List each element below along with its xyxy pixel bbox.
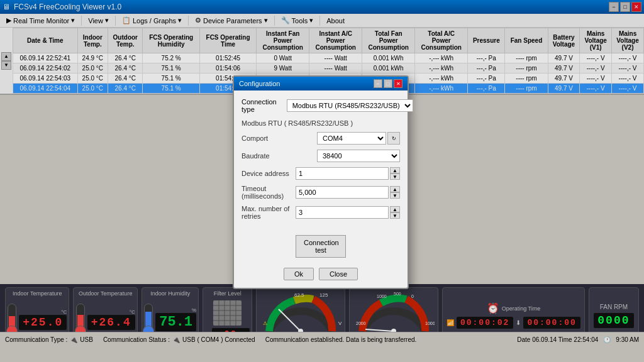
- max-retries-up[interactable]: ▲: [390, 206, 400, 212]
- dialog-max-button[interactable]: □: [384, 79, 392, 88]
- dialog-body: Connection type Modbus RTU (RS485/RS232/…: [234, 90, 408, 233]
- device-address-up[interactable]: ▲: [390, 167, 400, 173]
- timeout-label: Timeout (milliseconds): [242, 185, 296, 200]
- comport-select[interactable]: COM4: [317, 132, 386, 145]
- connection-test-button[interactable]: Connection test: [296, 235, 346, 258]
- dialog-close-btn[interactable]: Close: [319, 268, 358, 280]
- timeout-row: Timeout (milliseconds) ▲ ▼: [242, 185, 400, 200]
- baudrate-row: Baudrate 38400: [242, 150, 400, 162]
- device-address-label: Device address: [242, 170, 296, 177]
- max-retries-input[interactable]: [296, 206, 389, 219]
- conn-type-label: Connection type: [242, 98, 277, 113]
- comport-refresh-button[interactable]: ↻: [387, 132, 400, 145]
- baudrate-label: Baudrate: [242, 152, 317, 160]
- device-address-down[interactable]: ▼: [390, 173, 400, 180]
- config-dialog: Configuration − □ ✕ Connection type Modb…: [233, 75, 409, 289]
- max-retries-label: Max. number of retries: [242, 205, 296, 220]
- dialog-titlebar: Configuration − □ ✕: [234, 77, 408, 90]
- timeout-group: ▲ ▼: [296, 186, 400, 199]
- dialog-title-controls: − □ ✕: [374, 79, 402, 88]
- dialog-overlay: Configuration − □ ✕ Connection type Modb…: [0, 0, 644, 362]
- timeout-spinner: ▲ ▼: [390, 186, 400, 199]
- dialog-title: Configuration: [239, 80, 280, 87]
- dialog-footer: Ok Close: [234, 263, 408, 288]
- comport-label: Comport: [242, 134, 317, 142]
- device-address-input[interactable]: [296, 167, 389, 180]
- max-retries-down[interactable]: ▼: [390, 212, 400, 219]
- device-address-group: ▲ ▼: [296, 167, 400, 180]
- timeout-down[interactable]: ▼: [390, 192, 400, 199]
- device-address-spinner: ▲ ▼: [390, 167, 400, 180]
- dialog-min-button[interactable]: −: [374, 79, 382, 88]
- timeout-up[interactable]: ▲: [390, 186, 400, 192]
- ok-button[interactable]: Ok: [284, 268, 314, 280]
- max-retries-group: ▲ ▼: [296, 206, 400, 219]
- connection-type-select[interactable]: Modbus RTU (RS485/RS232/USB): [287, 99, 413, 112]
- baudrate-select[interactable]: 38400: [317, 150, 400, 162]
- max-retries-spinner: ▲ ▼: [390, 206, 400, 219]
- max-retries-row: Max. number of retries ▲ ▼: [242, 205, 400, 220]
- comport-row: Comport COM4 ↻: [242, 132, 400, 145]
- device-address-row: Device address ▲ ▼: [242, 167, 400, 180]
- dialog-close-button[interactable]: ✕: [394, 79, 402, 88]
- timeout-input[interactable]: [296, 186, 389, 199]
- dialog-action-row: Connection test: [234, 233, 408, 263]
- modbus-section-header: Modbus RTU ( RS485/RS232/USB ): [242, 119, 400, 127]
- comport-control-group: COM4 ↻: [317, 132, 400, 145]
- conn-type-row: Connection type Modbus RTU (RS485/RS232/…: [242, 98, 400, 113]
